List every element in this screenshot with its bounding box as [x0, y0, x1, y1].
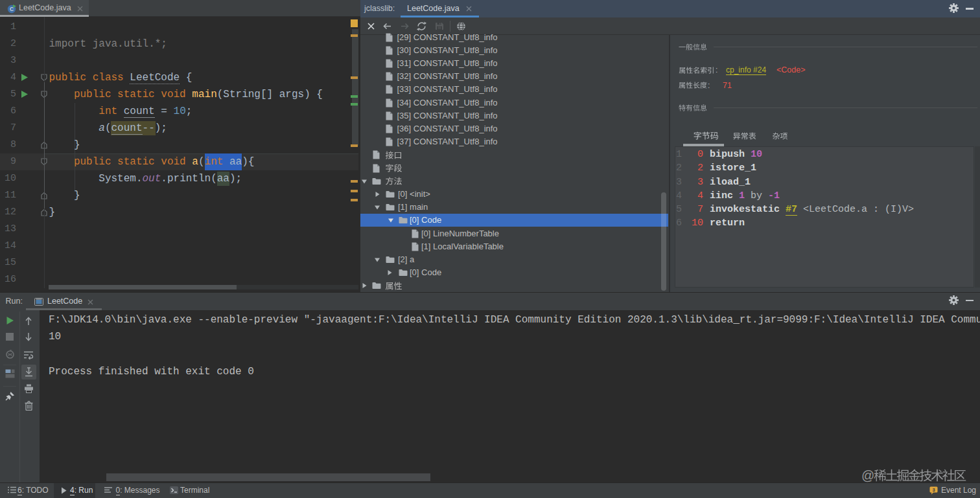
svg-text:3: 3 [932, 487, 935, 493]
